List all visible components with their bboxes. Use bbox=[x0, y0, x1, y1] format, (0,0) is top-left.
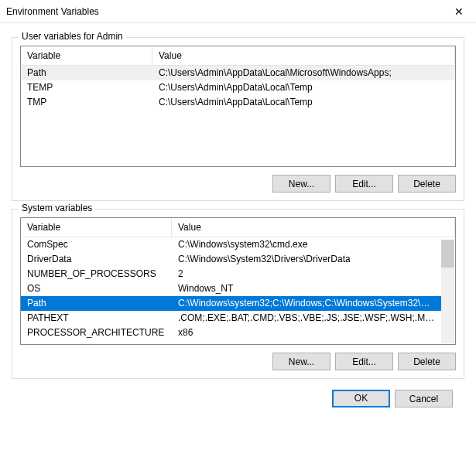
window-title: Environment Variables bbox=[6, 6, 99, 17]
row-variable: PATHEXT bbox=[21, 311, 172, 326]
row-value: .COM;.EXE;.BAT;.CMD;.VBS;.VBE;.JS;.JSE;.… bbox=[172, 311, 442, 326]
row-value: C:\Users\Admin\AppData\Local\Temp bbox=[152, 80, 455, 95]
row-variable: ComSpec bbox=[21, 237, 172, 252]
row-value: x86 bbox=[172, 326, 442, 340]
user-edit-button[interactable]: Edit... bbox=[335, 175, 393, 193]
system-variables-list[interactable]: Variable Value ComSpecC:\Windows\system3… bbox=[20, 217, 456, 345]
user-new-button[interactable]: New... bbox=[272, 175, 330, 193]
row-value: 2 bbox=[172, 267, 442, 281]
row-value: C:\Windows\system32\cmd.exe bbox=[172, 237, 442, 252]
system-variables-group: System variables Variable Value ComSpecC… bbox=[12, 209, 464, 379]
row-variable: TEMP bbox=[21, 80, 152, 95]
cancel-button[interactable]: Cancel bbox=[395, 390, 453, 407]
table-row[interactable]: PATHEXT.COM;.EXE;.BAT;.CMD;.VBS;.VBE;.JS… bbox=[21, 311, 442, 326]
titlebar: Environment Variables ✕ bbox=[0, 0, 476, 23]
table-row[interactable]: OSWindows_NT bbox=[21, 281, 442, 296]
dialog-button-row: OK Cancel bbox=[12, 379, 464, 407]
row-variable: OS bbox=[21, 281, 172, 296]
system-list-body[interactable]: ComSpecC:\Windows\system32\cmd.exeDriver… bbox=[21, 237, 455, 344]
row-value: Windows_NT bbox=[172, 281, 442, 296]
system-col-value[interactable]: Value bbox=[172, 218, 455, 237]
row-variable: Path bbox=[21, 296, 172, 311]
system-edit-button[interactable]: Edit... bbox=[335, 353, 393, 370]
ok-button[interactable]: OK bbox=[332, 390, 390, 407]
table-row[interactable]: PathC:\Windows\system32;C:\Windows;C:\Wi… bbox=[21, 296, 442, 311]
row-value: C:\Users\Admin\AppData\Local\Temp bbox=[152, 95, 455, 110]
system-button-row: New... Edit... Delete bbox=[20, 353, 456, 370]
user-variables-list[interactable]: Variable Value PathC:\Users\Admin\AppDat… bbox=[20, 46, 456, 167]
system-col-variable[interactable]: Variable bbox=[21, 218, 172, 237]
close-icon[interactable]: ✕ bbox=[441, 0, 476, 23]
table-row[interactable]: PROCESSOR_ARCHITECTUREx86 bbox=[21, 326, 442, 340]
row-variable: PROCESSOR_ARCHITECTURE bbox=[21, 326, 172, 340]
system-delete-button[interactable]: Delete bbox=[398, 353, 456, 370]
user-delete-button[interactable]: Delete bbox=[398, 175, 456, 193]
row-value: C:\Windows\System32\Drivers\DriverData bbox=[172, 252, 442, 267]
user-col-value[interactable]: Value bbox=[152, 46, 455, 65]
user-list-body[interactable]: PathC:\Users\Admin\AppData\Local\Microso… bbox=[21, 66, 455, 166]
row-variable: TMP bbox=[21, 95, 152, 110]
system-group-label: System variables bbox=[19, 203, 95, 213]
table-row[interactable]: ComSpecC:\Windows\system32\cmd.exe bbox=[21, 237, 442, 252]
user-col-variable[interactable]: Variable bbox=[21, 46, 152, 65]
table-row[interactable]: PathC:\Users\Admin\AppData\Local\Microso… bbox=[21, 66, 455, 80]
row-variable: Path bbox=[21, 66, 152, 80]
user-group-label: User variables for Admin bbox=[19, 31, 126, 42]
system-scroll-thumb[interactable] bbox=[441, 240, 454, 268]
table-row[interactable]: TEMPC:\Users\Admin\AppData\Local\Temp bbox=[21, 80, 455, 95]
system-new-button[interactable]: New... bbox=[272, 353, 330, 370]
table-row[interactable]: DriverDataC:\Windows\System32\Drivers\Dr… bbox=[21, 252, 442, 267]
user-button-row: New... Edit... Delete bbox=[20, 175, 456, 193]
user-list-header: Variable Value bbox=[21, 46, 455, 66]
system-scrollbar[interactable] bbox=[441, 240, 454, 343]
row-variable: NUMBER_OF_PROCESSORS bbox=[21, 267, 172, 281]
dialog-content: User variables for Admin Variable Value … bbox=[0, 23, 476, 418]
row-value: C:\Windows\system32;C:\Windows;C:\Window… bbox=[172, 296, 442, 311]
table-row[interactable]: NUMBER_OF_PROCESSORS2 bbox=[21, 267, 442, 281]
system-list-header: Variable Value bbox=[21, 218, 455, 237]
table-row[interactable]: TMPC:\Users\Admin\AppData\Local\Temp bbox=[21, 95, 455, 110]
row-value: C:\Users\Admin\AppData\Local\Microsoft\W… bbox=[152, 66, 455, 80]
row-variable: DriverData bbox=[21, 252, 172, 267]
user-variables-group: User variables for Admin Variable Value … bbox=[12, 37, 464, 201]
